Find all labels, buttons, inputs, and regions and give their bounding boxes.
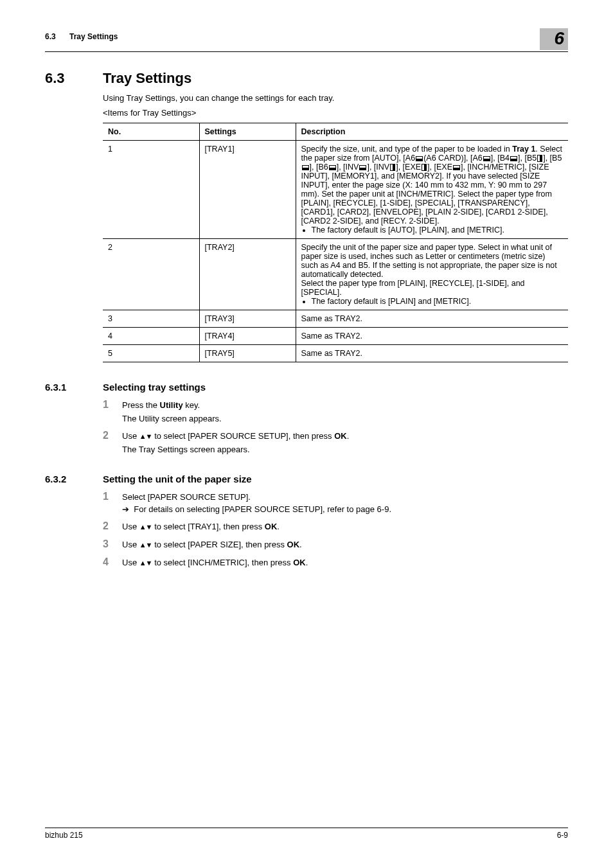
cell-bullet: The factory default is [PLAIN] and [METR…: [312, 297, 564, 306]
table-header-no: No.: [103, 123, 199, 141]
cell-description: Specify the size, unit, and type of the …: [296, 141, 568, 239]
step-body: Use ▲▼ to select [INCH/METRIC], then pre…: [122, 556, 568, 568]
step-body: Use ▲▼ to select [TRAY1], then press OK.: [122, 520, 568, 532]
step-row: 1 Press the Utility key. The Utility scr…: [45, 399, 568, 423]
section-intro-text: Using Tray Settings, you can change the …: [103, 93, 568, 103]
cell-settings: [TRAY1]: [199, 141, 296, 239]
cell-settings: [TRAY5]: [199, 345, 296, 362]
cell-no: 3: [103, 310, 199, 328]
cell-no: 5: [103, 345, 199, 362]
landscape-icon: [302, 165, 309, 170]
table-header-description: Description: [296, 123, 568, 141]
cell-description: Same as TRAY2.: [296, 328, 568, 345]
subsection-title: Setting the unit of the paper size: [103, 474, 252, 484]
section-title: Tray Settings: [103, 70, 191, 87]
table-row: 4 [TRAY4] Same as TRAY2.: [103, 328, 568, 345]
page-header: 6.3 Tray Settings 6: [45, 32, 568, 52]
table-header-settings: Settings: [199, 123, 296, 141]
up-down-arrow-icon: ▲▼: [139, 432, 152, 440]
subsection-number: 6.3.1: [45, 382, 103, 393]
chapter-tab: 6: [540, 28, 568, 50]
table-row: 1 [TRAY1] Specify the size, unit, and ty…: [103, 141, 568, 239]
step-result: The Utility screen appears.: [122, 414, 568, 423]
cell-description: Same as TRAY2.: [296, 310, 568, 328]
step-row: 4 Use ▲▼ to select [INCH/METRIC], then p…: [45, 556, 568, 568]
landscape-icon: [329, 165, 336, 170]
header-section-name: Tray Settings: [69, 32, 118, 41]
footer-right: 6-9: [557, 831, 568, 840]
cell-settings: [TRAY2]: [199, 239, 296, 310]
step-number: 3: [103, 538, 122, 550]
arrow-right-icon: ➔: [122, 504, 129, 514]
subsection-number: 6.3.2: [45, 474, 103, 484]
subsection-heading-row: 6.3.1 Selecting tray settings: [45, 382, 568, 393]
page-footer: bizhub 215 6-9: [45, 828, 568, 840]
cell-no: 2: [103, 239, 199, 310]
cell-description: Same as TRAY2.: [296, 345, 568, 362]
portrait-icon: [390, 164, 395, 171]
section-number: 6.3: [45, 70, 103, 87]
portrait-icon: [537, 155, 542, 162]
cell-settings: [TRAY3]: [199, 310, 296, 328]
table-row: 5 [TRAY5] Same as TRAY2.: [103, 345, 568, 362]
up-down-arrow-icon: ▲▼: [139, 523, 152, 531]
step-number: 4: [103, 556, 122, 568]
step-number: 2: [103, 520, 122, 532]
table-row: 2 [TRAY2] Specify the unit of the paper …: [103, 239, 568, 310]
step-body: Use ▲▼ to select [PAPER SIZE], then pres…: [122, 538, 568, 550]
table-row: 3 [TRAY3] Same as TRAY2.: [103, 310, 568, 328]
step-result: The Tray Settings screen appears.: [122, 445, 568, 454]
header-left: 6.3 Tray Settings: [45, 32, 118, 41]
step-body: Use ▲▼ to select [PAPER SOURCE SETUP], t…: [122, 430, 568, 454]
landscape-icon: [483, 156, 490, 161]
landscape-icon: [359, 165, 366, 170]
section-heading-row: 6.3 Tray Settings: [45, 70, 568, 87]
up-down-arrow-icon: ▲▼: [139, 559, 152, 567]
cell-no: 4: [103, 328, 199, 345]
cell-description: Specify the unit of the paper size and p…: [296, 239, 568, 310]
landscape-icon: [416, 156, 423, 161]
items-for-text: <Items for Tray Settings>: [103, 108, 568, 118]
cell-bullet: The factory default is [AUTO], [PLAIN], …: [312, 226, 564, 235]
subsection-title: Selecting tray settings: [103, 382, 206, 393]
landscape-icon: [510, 156, 517, 161]
subsection-heading-row: 6.3.2 Setting the unit of the paper size: [45, 474, 568, 484]
cell-no: 1: [103, 141, 199, 239]
step-row: 2 Use ▲▼ to select [PAPER SOURCE SETUP],…: [45, 430, 568, 454]
portrait-icon: [422, 164, 427, 171]
step-number: 1: [103, 491, 122, 514]
step-row: 1 Select [PAPER SOURCE SETUP]. ➔ For det…: [45, 491, 568, 514]
step-row: 3 Use ▲▼ to select [PAPER SIZE], then pr…: [45, 538, 568, 550]
step-number: 1: [103, 399, 122, 423]
header-section-number: 6.3: [45, 32, 56, 41]
footer-left: bizhub 215: [45, 831, 83, 840]
step-body: Select [PAPER SOURCE SETUP]. ➔ For detai…: [122, 491, 568, 514]
up-down-arrow-icon: ▲▼: [139, 541, 152, 549]
step-row: 2 Use ▲▼ to select [TRAY1], then press O…: [45, 520, 568, 532]
step-body: Press the Utility key. The Utility scree…: [122, 399, 568, 423]
landscape-icon: [453, 165, 460, 170]
step-subnote: ➔ For details on selecting [PAPER SOURCE…: [122, 504, 568, 514]
step-number: 2: [103, 430, 122, 454]
tray-settings-table: No. Settings Description 1 [TRAY1] Speci…: [103, 123, 568, 362]
cell-settings: [TRAY4]: [199, 328, 296, 345]
